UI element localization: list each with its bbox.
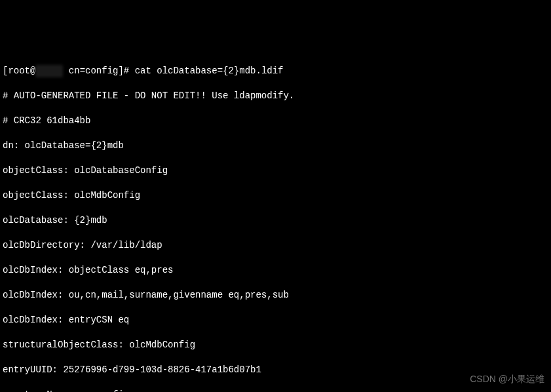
command-line: [root@xxxxx cn=config]# cat olcDatabase=… — [3, 65, 548, 77]
output-line: structuralObjectClass: olcMdbConfig — [3, 339, 548, 351]
watermark-text: CSDN @小果运维 — [470, 373, 544, 385]
output-line: olcDbIndex: ou,cn,mail,surname,givenname… — [3, 289, 548, 302]
command-text: cat olcDatabase={2}mdb.ldif — [135, 66, 284, 76]
output-line: olcDatabase: {2}mdb — [3, 214, 548, 227]
output-line: creatorsName: cn=config — [3, 389, 548, 392]
output-line: dn: olcDatabase={2}mdb — [3, 140, 548, 152]
output-line: # CRC32 61dba4bb — [3, 115, 548, 127]
output-line: olcDbIndex: entryCSN eq — [3, 314, 548, 326]
terminal-output: [root@xxxxx cn=config]# cat olcDatabase=… — [3, 52, 548, 392]
output-line: olcDbDirectory: /var/lib/ldap — [3, 239, 548, 252]
output-line: # AUTO-GENERATED FILE - DO NOT EDIT!! Us… — [3, 90, 548, 102]
hostname-redacted: xxxxx — [35, 65, 63, 77]
prompt-path: cn=config]# — [63, 66, 134, 76]
output-line: olcDbIndex: objectClass eq,pres — [3, 264, 548, 277]
output-line: objectClass: olcDatabaseConfig — [3, 165, 548, 177]
output-line: entryUUID: 25276996-d799-103d-8826-417a1… — [3, 364, 548, 376]
output-line: objectClass: olcMdbConfig — [3, 189, 548, 202]
prompt-prefix: [root@ — [3, 66, 35, 76]
